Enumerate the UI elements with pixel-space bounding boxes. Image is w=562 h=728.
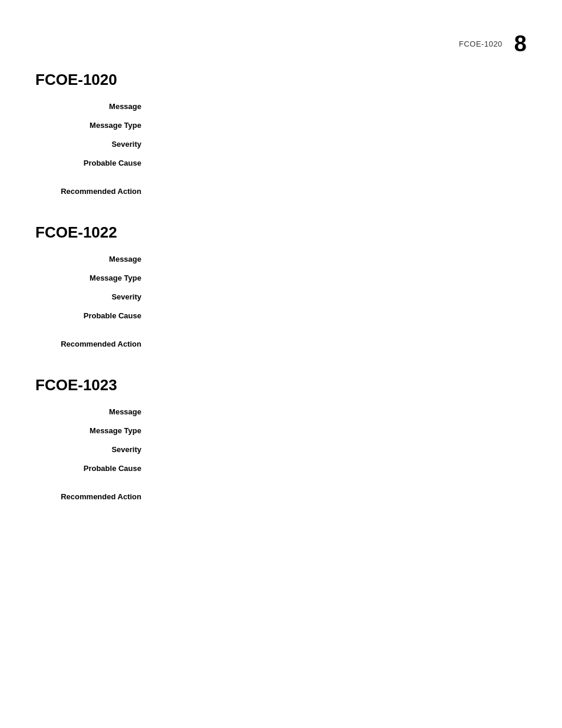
field-value-fcoe-1022-2 (153, 291, 527, 305)
page-header: FCOE-1020 8 (459, 32, 527, 55)
field-label-fcoe-1022-0: Message (35, 253, 153, 268)
field-value-fcoe-1023-1 (153, 425, 527, 439)
field-row-fcoe-1020-0: Message (35, 101, 527, 115)
field-value-fcoe-1020-1 (153, 120, 527, 134)
field-value-fcoe-1020-0 (153, 101, 527, 115)
field-row-fcoe-1023-2: Severity (35, 444, 527, 458)
field-row-fcoe-1020-2: Severity (35, 139, 527, 153)
page-content: FCOE-1020MessageMessage TypeSeverityProb… (0, 0, 562, 505)
field-value-fcoe-1022-1 (153, 272, 527, 286)
field-row-fcoe-1023-4: Recommended Action (35, 491, 527, 505)
field-row-fcoe-1022-3: Probable Cause (35, 310, 527, 324)
field-label-fcoe-1020-4: Recommended Action (35, 186, 153, 200)
field-value-fcoe-1020-2 (153, 139, 527, 153)
field-label-fcoe-1023-3: Probable Cause (35, 463, 153, 477)
section-fcoe-1023: FCOE-1023MessageMessage TypeSeverityProb… (35, 376, 527, 505)
field-value-fcoe-1023-2 (153, 444, 527, 458)
section-title-fcoe-1020: FCOE-1020 (35, 71, 527, 89)
field-value-fcoe-1022-4 (153, 338, 527, 353)
page-number: 8 (514, 32, 527, 55)
field-row-fcoe-1020-3: Probable Cause (35, 157, 527, 172)
field-value-fcoe-1022-3 (153, 310, 527, 324)
field-value-fcoe-1023-4 (153, 491, 527, 505)
field-row-fcoe-1022-1: Message Type (35, 272, 527, 286)
field-row-fcoe-1020-1: Message Type (35, 120, 527, 134)
section-title-fcoe-1022: FCOE-1022 (35, 223, 527, 242)
field-label-fcoe-1022-1: Message Type (35, 272, 153, 286)
field-label-fcoe-1022-4: Recommended Action (35, 338, 153, 353)
field-row-fcoe-1022-4: Recommended Action (35, 338, 527, 353)
field-row-fcoe-1022-2: Severity (35, 291, 527, 305)
field-label-fcoe-1020-3: Probable Cause (35, 157, 153, 172)
field-row-fcoe-1023-1: Message Type (35, 425, 527, 439)
field-label-fcoe-1022-3: Probable Cause (35, 310, 153, 324)
field-row-fcoe-1020-4: Recommended Action (35, 186, 527, 200)
field-label-fcoe-1020-0: Message (35, 101, 153, 115)
field-label-fcoe-1023-0: Message (35, 406, 153, 420)
field-label-fcoe-1023-4: Recommended Action (35, 491, 153, 505)
field-value-fcoe-1023-3 (153, 463, 527, 477)
field-value-fcoe-1020-3 (153, 157, 527, 172)
field-row-fcoe-1023-3: Probable Cause (35, 463, 527, 477)
field-row-fcoe-1023-0: Message (35, 406, 527, 420)
field-label-fcoe-1023-1: Message Type (35, 425, 153, 439)
field-label-fcoe-1020-1: Message Type (35, 120, 153, 134)
field-label-fcoe-1022-2: Severity (35, 291, 153, 305)
page-header-code: FCOE-1020 (459, 39, 503, 48)
section-fcoe-1022: FCOE-1022MessageMessage TypeSeverityProb… (35, 223, 527, 353)
field-value-fcoe-1020-4 (153, 186, 527, 200)
section-title-fcoe-1023: FCOE-1023 (35, 376, 527, 394)
field-value-fcoe-1022-0 (153, 253, 527, 268)
section-fcoe-1020: FCOE-1020MessageMessage TypeSeverityProb… (35, 71, 527, 200)
field-label-fcoe-1020-2: Severity (35, 139, 153, 153)
field-label-fcoe-1023-2: Severity (35, 444, 153, 458)
field-row-fcoe-1022-0: Message (35, 253, 527, 268)
field-value-fcoe-1023-0 (153, 406, 527, 420)
